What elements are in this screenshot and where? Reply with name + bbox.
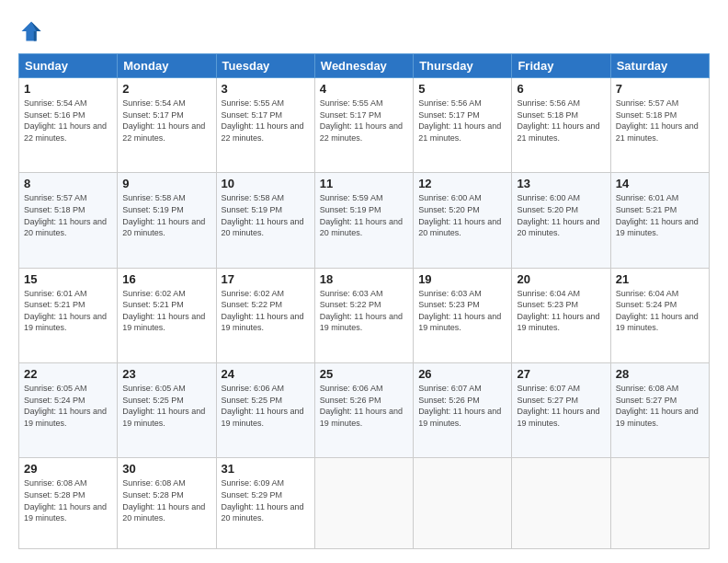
day-number: 22 (24, 367, 112, 381)
calendar-cell: 17 Sunrise: 6:02 AM Sunset: 5:22 PM Dayl… (216, 268, 314, 362)
day-info: Sunrise: 5:58 AM Sunset: 5:19 PM Dayligh… (122, 193, 205, 237)
calendar-cell: 12 Sunrise: 6:00 AM Sunset: 5:20 PM Dayl… (414, 173, 512, 268)
day-number: 16 (122, 272, 210, 286)
calendar-table: SundayMondayTuesdayWednesdayThursdayFrid… (18, 53, 710, 549)
calendar-cell (512, 458, 610, 549)
day-number: 19 (418, 272, 506, 286)
day-info: Sunrise: 6:05 AM Sunset: 5:25 PM Dayligh… (122, 384, 205, 428)
calendar-cell: 20 Sunrise: 6:04 AM Sunset: 5:23 PM Dayl… (512, 268, 610, 362)
calendar-cell: 6 Sunrise: 5:56 AM Sunset: 5:18 PM Dayli… (512, 78, 610, 173)
day-info: Sunrise: 6:01 AM Sunset: 5:21 PM Dayligh… (24, 289, 107, 333)
day-info: Sunrise: 5:54 AM Sunset: 5:16 PM Dayligh… (24, 98, 107, 143)
calendar-cell: 15 Sunrise: 6:01 AM Sunset: 5:21 PM Dayl… (19, 268, 118, 362)
calendar-cell: 7 Sunrise: 5:57 AM Sunset: 5:18 PM Dayli… (610, 78, 709, 173)
day-info: Sunrise: 5:56 AM Sunset: 5:18 PM Dayligh… (517, 98, 599, 143)
day-number: 9 (122, 177, 210, 190)
calendar-cell: 4 Sunrise: 5:55 AM Sunset: 5:17 PM Dayli… (314, 78, 413, 173)
day-info: Sunrise: 6:03 AM Sunset: 5:23 PM Dayligh… (418, 289, 501, 333)
column-header-friday: Friday (512, 54, 610, 78)
day-info: Sunrise: 5:57 AM Sunset: 5:18 PM Dayligh… (24, 193, 107, 237)
calendar-cell: 3 Sunrise: 5:55 AM Sunset: 5:17 PM Dayli… (216, 78, 314, 173)
calendar-cell: 16 Sunrise: 6:02 AM Sunset: 5:21 PM Dayl… (118, 268, 216, 362)
week-row-1: 1 Sunrise: 5:54 AM Sunset: 5:16 PM Dayli… (19, 78, 710, 173)
day-info: Sunrise: 6:00 AM Sunset: 5:20 PM Dayligh… (517, 193, 599, 237)
day-number: 30 (122, 462, 210, 476)
day-info: Sunrise: 6:00 AM Sunset: 5:20 PM Dayligh… (418, 193, 501, 237)
calendar-cell: 18 Sunrise: 6:03 AM Sunset: 5:22 PM Dayl… (314, 268, 413, 362)
calendar-cell: 21 Sunrise: 6:04 AM Sunset: 5:24 PM Dayl… (610, 268, 709, 362)
day-number: 7 (616, 82, 704, 96)
calendar-header-row: SundayMondayTuesdayWednesdayThursdayFrid… (19, 54, 710, 78)
calendar-cell: 30 Sunrise: 6:08 AM Sunset: 5:28 PM Dayl… (118, 458, 216, 549)
calendar-cell: 22 Sunrise: 6:05 AM Sunset: 5:24 PM Dayl… (19, 362, 118, 457)
calendar-cell (414, 458, 512, 549)
column-header-wednesday: Wednesday (314, 54, 413, 78)
logo (18, 18, 48, 44)
day-info: Sunrise: 6:09 AM Sunset: 5:29 PM Dayligh… (222, 478, 304, 523)
day-info: Sunrise: 6:04 AM Sunset: 5:23 PM Dayligh… (517, 289, 599, 333)
day-info: Sunrise: 5:57 AM Sunset: 5:18 PM Dayligh… (616, 98, 699, 143)
day-number: 3 (222, 82, 310, 96)
calendar-cell: 19 Sunrise: 6:03 AM Sunset: 5:23 PM Dayl… (414, 268, 512, 362)
day-number: 27 (517, 367, 605, 381)
day-info: Sunrise: 6:04 AM Sunset: 5:24 PM Dayligh… (616, 289, 699, 333)
day-info: Sunrise: 6:06 AM Sunset: 5:26 PM Dayligh… (320, 384, 403, 428)
calendar-cell: 9 Sunrise: 5:58 AM Sunset: 5:19 PM Dayli… (118, 173, 216, 268)
day-number: 6 (517, 82, 605, 96)
calendar-cell: 5 Sunrise: 5:56 AM Sunset: 5:17 PM Dayli… (414, 78, 512, 173)
week-row-2: 8 Sunrise: 5:57 AM Sunset: 5:18 PM Dayli… (19, 173, 710, 268)
day-number: 13 (517, 177, 605, 190)
day-info: Sunrise: 5:54 AM Sunset: 5:17 PM Dayligh… (122, 98, 205, 143)
day-number: 20 (517, 272, 605, 286)
calendar-cell: 24 Sunrise: 6:06 AM Sunset: 5:25 PM Dayl… (216, 362, 314, 457)
calendar-cell: 23 Sunrise: 6:05 AM Sunset: 5:25 PM Dayl… (118, 362, 216, 457)
calendar-cell: 13 Sunrise: 6:00 AM Sunset: 5:20 PM Dayl… (512, 173, 610, 268)
calendar-cell (314, 458, 413, 549)
column-header-tuesday: Tuesday (216, 54, 314, 78)
column-header-saturday: Saturday (610, 54, 709, 78)
day-number: 15 (24, 272, 112, 286)
calendar-cell: 28 Sunrise: 6:08 AM Sunset: 5:27 PM Dayl… (610, 362, 709, 457)
calendar-cell: 10 Sunrise: 5:58 AM Sunset: 5:19 PM Dayl… (216, 173, 314, 268)
calendar-cell: 31 Sunrise: 6:09 AM Sunset: 5:29 PM Dayl… (216, 458, 314, 549)
day-number: 12 (418, 177, 506, 190)
day-info: Sunrise: 6:02 AM Sunset: 5:22 PM Dayligh… (222, 289, 304, 333)
day-number: 1 (24, 82, 112, 96)
day-number: 14 (616, 177, 704, 190)
day-number: 8 (24, 177, 112, 190)
day-number: 4 (320, 82, 408, 96)
calendar-cell: 11 Sunrise: 5:59 AM Sunset: 5:19 PM Dayl… (314, 173, 413, 268)
logo-icon (18, 18, 44, 44)
day-number: 23 (122, 367, 210, 381)
day-info: Sunrise: 6:01 AM Sunset: 5:21 PM Dayligh… (616, 193, 699, 237)
day-info: Sunrise: 5:55 AM Sunset: 5:17 PM Dayligh… (222, 98, 304, 143)
calendar-cell: 26 Sunrise: 6:07 AM Sunset: 5:26 PM Dayl… (414, 362, 512, 457)
calendar-cell: 8 Sunrise: 5:57 AM Sunset: 5:18 PM Dayli… (19, 173, 118, 268)
day-number: 31 (222, 462, 310, 476)
day-info: Sunrise: 6:07 AM Sunset: 5:26 PM Dayligh… (418, 384, 501, 428)
day-number: 28 (616, 367, 704, 381)
day-info: Sunrise: 6:03 AM Sunset: 5:22 PM Dayligh… (320, 289, 403, 333)
day-number: 25 (320, 367, 408, 381)
column-header-monday: Monday (118, 54, 216, 78)
day-info: Sunrise: 6:02 AM Sunset: 5:21 PM Dayligh… (122, 289, 205, 333)
day-number: 10 (222, 177, 310, 190)
day-info: Sunrise: 6:08 AM Sunset: 5:28 PM Dayligh… (122, 478, 205, 523)
calendar-cell (610, 458, 709, 549)
calendar-cell: 27 Sunrise: 6:07 AM Sunset: 5:27 PM Dayl… (512, 362, 610, 457)
column-header-sunday: Sunday (19, 54, 118, 78)
day-info: Sunrise: 6:08 AM Sunset: 5:27 PM Dayligh… (616, 384, 699, 428)
calendar-cell: 14 Sunrise: 6:01 AM Sunset: 5:21 PM Dayl… (610, 173, 709, 268)
calendar-cell: 2 Sunrise: 5:54 AM Sunset: 5:17 PM Dayli… (118, 78, 216, 173)
column-header-thursday: Thursday (414, 54, 512, 78)
header (18, 14, 710, 44)
day-info: Sunrise: 6:05 AM Sunset: 5:24 PM Dayligh… (24, 384, 107, 428)
day-number: 5 (418, 82, 506, 96)
calendar-cell: 25 Sunrise: 6:06 AM Sunset: 5:26 PM Dayl… (314, 362, 413, 457)
day-info: Sunrise: 5:55 AM Sunset: 5:17 PM Dayligh… (320, 98, 403, 143)
day-number: 21 (616, 272, 704, 286)
day-info: Sunrise: 5:58 AM Sunset: 5:19 PM Dayligh… (222, 193, 304, 237)
day-info: Sunrise: 6:08 AM Sunset: 5:28 PM Dayligh… (24, 478, 107, 523)
week-row-3: 15 Sunrise: 6:01 AM Sunset: 5:21 PM Dayl… (19, 268, 710, 362)
day-info: Sunrise: 5:59 AM Sunset: 5:19 PM Dayligh… (320, 193, 403, 237)
